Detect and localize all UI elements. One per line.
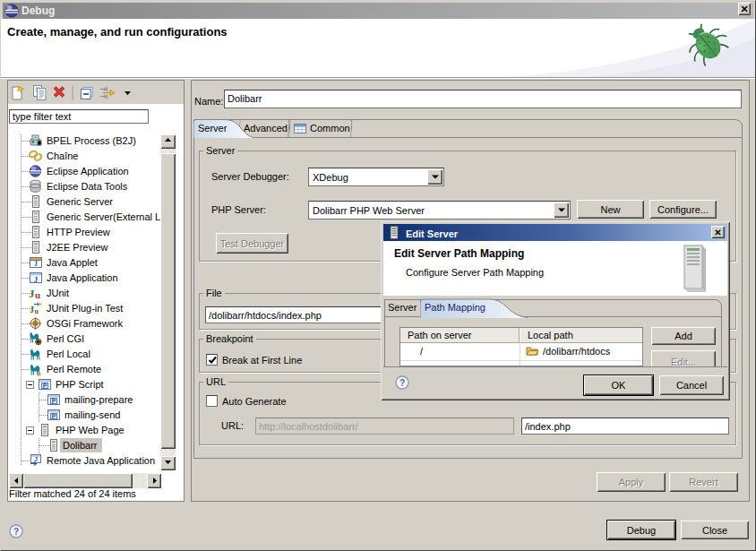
svg-text:?: ? [13,527,19,537]
svg-text:?: ? [399,378,405,388]
